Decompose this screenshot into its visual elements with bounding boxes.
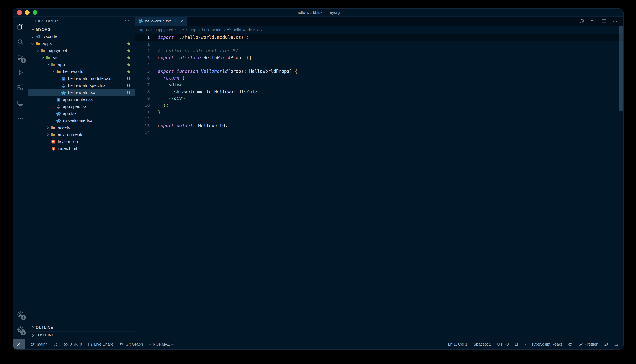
code-line: 3export interface HelloWorldProps {}: [135, 54, 623, 61]
tree-item-app-tsx[interactable]: app.tsx: [28, 110, 135, 117]
section-twistie[interactable]: [30, 332, 36, 338]
chevron-down-icon[interactable]: [36, 48, 40, 53]
tree-item-environments[interactable]: environments: [28, 131, 135, 138]
status-indentation[interactable]: Spaces: 2: [474, 339, 492, 349]
tree-item-hello-world-tsx[interactable]: hello-world.tsxU: [28, 89, 135, 96]
tree-item-app-module-css[interactable]: 3app.module.css: [28, 96, 135, 103]
tree-item-app-spec-tsx[interactable]: app.spec.tsx: [28, 103, 135, 110]
tree-twistie[interactable]: [35, 48, 40, 54]
tab-close-icon[interactable]: ×: [180, 18, 183, 24]
test-icon: [61, 83, 66, 88]
breadcrumb-apps[interactable]: apps: [140, 28, 149, 32]
tree-twistie[interactable]: [45, 62, 51, 68]
code-area[interactable]: 1import './hello-world.module.css';12/* …: [135, 34, 623, 339]
status-encoding[interactable]: UTF-8: [497, 339, 509, 349]
chevron-down-icon[interactable]: [31, 27, 35, 32]
git-modified-dot: [127, 42, 130, 45]
breadcrumb-happynrwl[interactable]: happynrwl: [154, 28, 173, 32]
status-live-share[interactable]: Live Share: [88, 339, 113, 349]
chevron-right-icon[interactable]: [31, 326, 35, 330]
tree-item-assets[interactable]: assets: [28, 124, 135, 131]
tree-item-hello-world[interactable]: hello-world: [28, 68, 135, 75]
status-eol[interactable]: LF: [515, 339, 519, 349]
status-copilot[interactable]: [568, 339, 572, 349]
css-icon: 3: [56, 97, 61, 102]
activity-item-search[interactable]: [13, 34, 28, 50]
status-prettier[interactable]: Prettier: [578, 339, 597, 349]
section-outline[interactable]: OUTLINE: [28, 324, 135, 331]
tree-item-nx-welcome-tsx[interactable]: nx-welcome.tsx: [28, 117, 135, 124]
tree-twistie: [50, 111, 56, 116]
tree-twistie[interactable]: [40, 55, 46, 60]
breadcrumb-src[interactable]: src: [178, 28, 184, 32]
zoom-window-button[interactable]: [33, 10, 37, 15]
tree-item-label: src: [53, 55, 127, 60]
tree-item-favicon-ico[interactable]: favicon.ico: [28, 138, 135, 145]
more-icon[interactable]: [124, 18, 130, 23]
explorer-more-actions-icon[interactable]: [124, 18, 130, 24]
activity-item-explorer[interactable]: [13, 19, 28, 34]
breadcrumb-hello-world[interactable]: hello-world: [202, 28, 222, 32]
tree-twistie[interactable]: [50, 69, 56, 74]
editor-actions: [573, 16, 623, 26]
tree-item-label: favicon.ico: [58, 139, 130, 144]
activity-item-more-views[interactable]: [13, 111, 28, 126]
code-text: /* eslint-disable-next-line */: [158, 48, 238, 54]
status-branch[interactable]: main*: [31, 339, 47, 349]
activity-item-extensions[interactable]: [13, 80, 28, 96]
status-sync[interactable]: [53, 339, 58, 349]
tree-item-src[interactable]: src: [28, 54, 135, 61]
status-git-graph[interactable]: Git Graph: [119, 339, 143, 349]
breadcrumb-label: …: [264, 28, 268, 32]
activity-item-source-control[interactable]: 3: [13, 50, 28, 65]
tree-item--vscode[interactable]: .vscode: [28, 33, 135, 40]
chevron-down-icon[interactable]: [51, 70, 55, 74]
chevron-right-icon[interactable]: [30, 34, 35, 39]
tab-hello-world-tsx[interactable]: hello-world.tsx U ×: [135, 16, 187, 26]
status-vim-mode[interactable]: -- NORMAL --: [149, 339, 173, 349]
status-remote[interactable]: [13, 339, 25, 349]
chevron-down-icon[interactable]: [30, 42, 35, 46]
activity-item-remote-explorer[interactable]: [13, 96, 28, 111]
workspace-root-row[interactable]: MYORG: [28, 26, 135, 33]
breadcrumb--[interactable]: …: [264, 28, 268, 32]
chevron-right-icon[interactable]: [46, 126, 50, 130]
tree-twistie[interactable]: [30, 34, 35, 40]
split-editor-icon[interactable]: [601, 19, 606, 24]
activity-bar: 3 11: [13, 16, 28, 339]
section-timeline[interactable]: TIMELINE: [28, 331, 135, 339]
breadcrumb-label: src: [178, 28, 184, 32]
status-language-mode[interactable]: { }TypeScript React: [525, 339, 562, 349]
breadcrumb-app[interactable]: app: [189, 28, 196, 32]
tree-item-index-html[interactable]: 5index.html: [28, 145, 135, 152]
breadcrumb-separator: ›: [198, 28, 200, 32]
activity-item-run-debug[interactable]: [13, 65, 28, 80]
history-icon[interactable]: [579, 19, 584, 24]
status-cursor-position[interactable]: Ln 1, Col 1: [448, 339, 468, 349]
tree-item-hello-world-module-css[interactable]: 3hello-world.module.cssU: [28, 75, 135, 82]
tree-twistie[interactable]: [45, 125, 51, 130]
activity-item-accounts[interactable]: 1: [13, 307, 28, 322]
tree-item-apps[interactable]: apps: [28, 40, 135, 47]
section-twistie[interactable]: [30, 325, 36, 330]
chevron-right-icon[interactable]: [46, 132, 50, 137]
status-feedback[interactable]: [603, 339, 608, 349]
tree-twistie[interactable]: [30, 41, 35, 46]
status-problems[interactable]: 00: [64, 339, 82, 349]
breadcrumb-hello-world-tsx[interactable]: hello-world.tsx: [227, 27, 258, 32]
close-window-button[interactable]: [17, 10, 22, 15]
chevron-right-icon[interactable]: [31, 333, 35, 338]
tree-item-app[interactable]: app: [28, 61, 135, 68]
activity-item-settings[interactable]: 1: [13, 322, 28, 337]
chevron-down-icon[interactable]: [41, 56, 45, 60]
more-actions-icon[interactable]: [612, 19, 617, 24]
compare-changes-icon[interactable]: [590, 19, 595, 24]
tree-item-hello-world-spec-tsx[interactable]: hello-world.spec.tsxU: [28, 82, 135, 89]
minimize-window-button[interactable]: [25, 10, 30, 15]
code-line: 9 </div>: [135, 95, 623, 102]
status-notifications[interactable]: [614, 339, 618, 349]
tree-item-happynrwl[interactable]: happynrwl: [28, 47, 135, 54]
tree-twistie[interactable]: [45, 132, 51, 138]
editor-scrollbar[interactable]: [619, 26, 623, 111]
chevron-down-icon[interactable]: [46, 62, 50, 67]
